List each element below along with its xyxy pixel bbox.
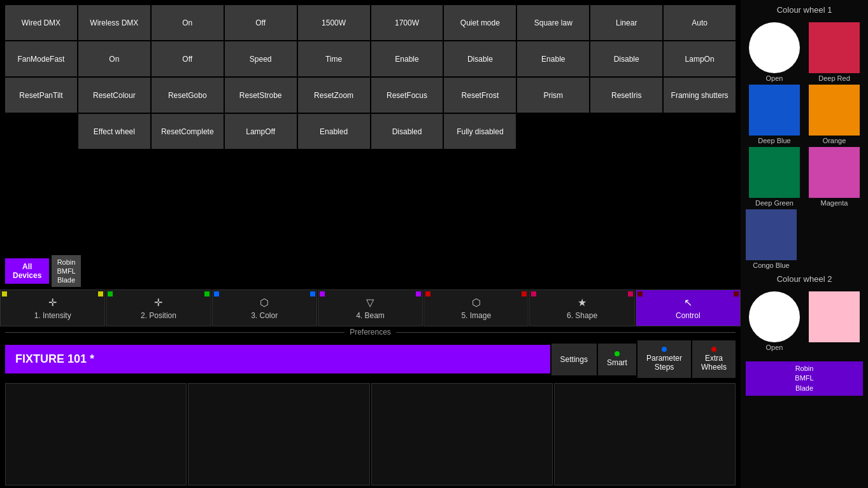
btn-square-law[interactable]: Square law [517,5,589,40]
tab-control[interactable]: ↖ Control [636,289,741,326]
btn-framing-shutters[interactable]: Framing shutters [664,78,736,113]
btn-resetgobo[interactable]: ResetGobo [152,78,224,113]
btn-empty-r4c1 [5,114,77,149]
swatch-orange[interactable]: Orange [806,85,863,144]
btn-1700w[interactable]: 1700W [371,5,443,40]
preferences-label: Preferences [350,328,391,337]
tab-image[interactable]: ⬡ 5. Image [423,289,529,326]
tab-intensity-label: 1. Intensity [34,311,71,320]
swatch-deep-blue[interactable]: Deep Blue [746,85,803,144]
btn-empty-r4c9 [590,114,662,149]
tab-image-dot-tr [522,291,527,296]
all-devices-button[interactable]: All Devices [5,258,49,284]
btn-speed[interactable]: Speed [225,41,297,76]
param-box-3 [371,383,553,485]
btn-resetiris[interactable]: ResetIris [590,78,662,113]
tab-intensity[interactable]: ✛ 1. Intensity [0,289,105,326]
swatch-deep-red[interactable]: Deep Red [806,22,863,82]
grid-row-4: Effect wheel ResetComplete LampOff Enabl… [5,114,736,149]
btn-prism[interactable]: Prism [517,78,589,113]
btn-off-row2[interactable]: Off [152,41,224,76]
btn-on-row1[interactable]: On [152,5,224,40]
btn-resetfrost[interactable]: ResetFrost [444,78,516,113]
tab-control-dot-tl [637,291,643,296]
swatch-deep-green[interactable]: Deep Green [746,147,803,207]
tab-image-dot-tl [425,291,430,296]
intensity-icon: ✛ [48,296,57,309]
settings-button[interactable]: Settings [551,344,597,375]
tab-shape-dot-tr [628,291,633,296]
btn-lampon[interactable]: LampOn [664,41,736,76]
swatch-open2-label: Open [766,344,783,351]
btn-empty-r4c8 [517,114,589,149]
btn-empty-r4c10 [664,114,736,149]
tab-beam-label: 4. Beam [356,311,385,320]
btn-resetcolour[interactable]: ResetColour [78,78,150,113]
control-grid: Wired DMX Wireless DMX On Off 1500W 1700… [0,0,741,150]
tab-beam[interactable]: ▽ 4. Beam [318,289,423,326]
btn-disable-row2[interactable]: Disable [444,41,516,76]
tab-control-label: Control [676,311,701,320]
btn-1500w[interactable]: 1500W [298,5,370,40]
swatch-congo-blue[interactable]: Congo Blue [746,209,797,269]
btn-linear[interactable]: Linear [590,5,662,40]
btn-fanmodefast[interactable]: FanModeFast [5,41,77,76]
btn-time[interactable]: Time [298,41,370,76]
settings-label: Settings [560,355,588,364]
tab-beam-dot-tl [320,291,325,296]
tab-color-dot-tl [214,291,219,296]
swatch-deep-red-label: Deep Red [818,74,850,82]
tab-row: ✛ 1. Intensity ✛ 2. Position ⬡ 3. Color … [0,289,741,326]
btn-effect-wheel[interactable]: Effect wheel [78,114,150,149]
preferences-line2 [396,332,736,333]
btn-lampoff[interactable]: LampOff [225,114,297,149]
btn-wireless-dmx[interactable]: Wireless DMX [78,5,150,40]
fixture-label: FIXTURE 101 * [5,345,550,373]
swatch-congo-blue-color [746,209,797,260]
swatch-deep-green-color [749,147,800,198]
swatch-orange-color [809,85,860,136]
tab-shape[interactable]: ★ 6. Shape [529,289,634,326]
swatch-orange-label: Orange [823,137,846,144]
btn-enable2-row2[interactable]: Enable [517,41,589,76]
position-icon: ✛ [154,296,162,309]
smart-button[interactable]: Smart [598,344,636,375]
btn-on-row2[interactable]: On [78,41,150,76]
btn-quiet-mode[interactable]: Quiet mode [444,5,516,40]
btn-off-row1[interactable]: Off [225,5,297,40]
extra-wheels-label: Extra Wheels [701,354,727,372]
wheel2-title: Colour wheel 2 [746,274,863,284]
btn-resetcomplete[interactable]: ResetComplete [152,114,224,149]
swatch-magenta-label: Magenta [821,199,848,207]
swatch-open[interactable]: Open [746,22,803,82]
btn-wired-dmx[interactable]: Wired DMX [5,5,77,40]
extra-wheels-button[interactable]: Extra Wheels [692,340,736,378]
btn-resetzoom[interactable]: ResetZoom [298,78,370,113]
smart-dot [615,351,620,356]
swatch-light-pink[interactable] [806,291,863,351]
btn-resetpantilt[interactable]: ResetPanTilt [5,78,77,113]
swatch-open-label: Open [766,74,783,82]
btn-disabled[interactable]: Disabled [371,114,443,149]
tab-color[interactable]: ⬡ 3. Color [212,289,317,326]
btn-enabled[interactable]: Enabled [298,114,370,149]
swatch-congo-blue-label: Congo Blue [753,261,790,269]
btn-auto[interactable]: Auto [664,5,736,40]
shape-icon: ★ [578,296,587,309]
parameter-steps-button[interactable]: Parameter Steps [637,340,691,378]
tab-position-label: 2. Position [141,311,176,320]
btn-resetfocus[interactable]: ResetFocus [371,78,443,113]
param-steps-label: Parameter Steps [646,354,682,372]
tab-color-label: 3. Color [251,311,278,320]
tab-position[interactable]: ✛ 2. Position [106,289,211,326]
btn-resetstrobe[interactable]: ResetStrobe [225,78,297,113]
swatch-magenta[interactable]: Magenta [806,147,863,207]
swatch-open2[interactable]: Open [746,291,803,351]
btn-enable-row2[interactable]: Enable [371,41,443,76]
btn-fully-disabled[interactable]: Fully disabled [444,114,516,149]
param-box-1 [5,383,187,485]
preferences-bar: Preferences [0,326,741,338]
tab-intensity-dot-tl [2,291,7,296]
robin-bmfl-blade-button[interactable]: Robin BMFL Blade [52,255,80,288]
btn-disable2-row2[interactable]: Disable [590,41,662,76]
